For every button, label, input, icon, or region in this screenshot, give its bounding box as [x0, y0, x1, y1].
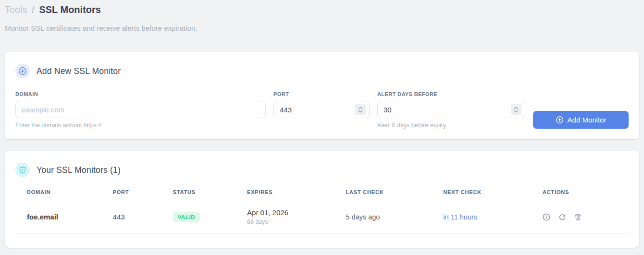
- add-monitor-button-label: Add Monitor: [568, 116, 607, 124]
- add-monitor-card: Add New SSL Monitor DOMAIN Enter the dom…: [5, 52, 639, 139]
- page-subtitle: Monitor SSL certificates and receive ale…: [5, 24, 639, 32]
- col-header-port: PORT: [101, 189, 161, 195]
- cell-actions: [531, 213, 629, 221]
- alert-days-stepper[interactable]: [511, 104, 521, 115]
- add-monitor-button[interactable]: Add Monitor: [533, 111, 629, 129]
- expires-days-remaining: 68 days: [247, 219, 334, 225]
- port-stepper[interactable]: [355, 104, 366, 115]
- monitors-card: Your SSL Monitors (1) DOMAIN PORT STATUS…: [5, 151, 639, 248]
- chevron-down-icon: [358, 110, 363, 113]
- delete-button[interactable]: [574, 213, 582, 221]
- shield-icon: [15, 163, 30, 177]
- col-header-actions: ACTIONS: [531, 189, 629, 195]
- cell-expires: Apr 01, 2026 68 days: [235, 208, 334, 225]
- expires-date: Apr 01, 2026: [247, 208, 334, 217]
- plus-circle-icon: [556, 116, 564, 124]
- cell-domain: foe.email: [15, 213, 101, 221]
- domain-input[interactable]: [15, 101, 266, 118]
- col-header-domain: DOMAIN: [15, 189, 101, 195]
- table-header-row: DOMAIN PORT STATUS EXPIRES LAST CHECK NE…: [15, 189, 629, 201]
- add-card-header: Add New SSL Monitor: [15, 64, 629, 78]
- refresh-button[interactable]: [558, 213, 566, 221]
- page-title: SSL Monitors: [39, 4, 101, 15]
- ssl-monitors-page: Tools / SSL Monitors Monitor SSL certifi…: [0, 0, 644, 248]
- chevron-up-icon: [514, 107, 519, 109]
- info-button[interactable]: [543, 213, 550, 221]
- monitors-table: DOMAIN PORT STATUS EXPIRES LAST CHECK NE…: [15, 189, 629, 233]
- domain-label: DOMAIN: [15, 91, 266, 97]
- monitors-card-header: Your SSL Monitors (1): [15, 163, 629, 177]
- col-header-next-check: NEXT CHECK: [432, 189, 531, 195]
- cell-last-check: 5 days ago: [334, 213, 432, 221]
- breadcrumb: Tools / SSL Monitors: [5, 3, 639, 16]
- table-row: foe.email 443 VALID Apr 01, 2026 68 days…: [15, 201, 629, 233]
- refresh-icon: [558, 213, 566, 221]
- col-header-last-check: LAST CHECK: [334, 189, 432, 195]
- breadcrumb-tools-link[interactable]: Tools: [5, 4, 27, 15]
- cell-status: VALID: [161, 212, 235, 222]
- alert-days-helper-text: Alert X days before expiry: [377, 122, 525, 129]
- domain-helper-text: Enter the domain without https://: [15, 122, 266, 129]
- col-header-status: STATUS: [161, 189, 235, 195]
- add-card-title: Add New SSL Monitor: [37, 66, 121, 76]
- cell-next-check: in 11 hours: [432, 213, 531, 221]
- add-monitor-form: DOMAIN Enter the domain without https://…: [15, 91, 629, 129]
- trash-icon: [574, 213, 582, 221]
- cell-port: 443: [101, 213, 161, 221]
- col-header-expires: EXPIRES: [235, 189, 334, 195]
- plus-circle-icon: [15, 64, 30, 78]
- monitors-card-title: Your SSL Monitors (1): [37, 165, 121, 175]
- chevron-down-icon: [514, 110, 519, 113]
- chevron-up-icon: [358, 107, 363, 109]
- status-badge: VALID: [173, 212, 200, 222]
- info-icon: [543, 213, 550, 221]
- alert-days-input[interactable]: [377, 101, 525, 118]
- alert-days-field-group: ALERT DAYS BEFORE Alert X days before ex…: [377, 91, 525, 129]
- port-label: PORT: [273, 91, 370, 97]
- breadcrumb-separator: /: [30, 4, 37, 15]
- port-field-group: PORT: [273, 91, 370, 118]
- domain-field-group: DOMAIN Enter the domain without https://: [15, 91, 266, 129]
- alert-days-label: ALERT DAYS BEFORE: [377, 91, 525, 97]
